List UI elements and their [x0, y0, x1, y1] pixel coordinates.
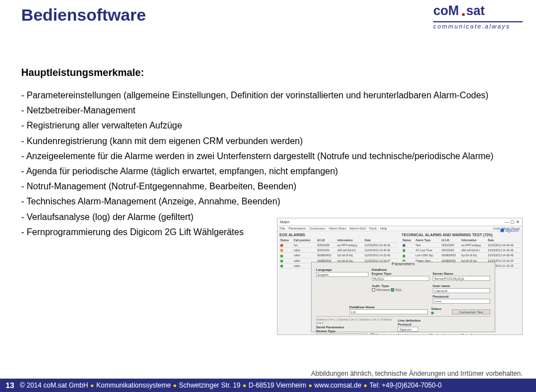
brand-logo: coM sat communicate.always: [433, 3, 523, 30]
col-date: Date: [487, 238, 520, 243]
status-icon: [403, 255, 405, 257]
menu-item[interactable]: Help: [380, 227, 387, 230]
footer-part: D-68519 Viernheim: [248, 381, 306, 389]
col-info: Information: [460, 238, 487, 243]
dot-icon: ●: [243, 382, 247, 389]
language-select[interactable]: English: [316, 272, 368, 277]
software-screenshot: Main — ▢ ✕ File Parameters Customers Ala…: [277, 218, 523, 335]
engine-select[interactable]: MySQL: [372, 276, 429, 281]
dot-icon: ●: [308, 382, 312, 389]
col-lift: Id Lift: [441, 238, 460, 243]
window-titlebar: Main — ▢ ✕: [277, 218, 522, 226]
list-item: - Registrierung aller verwalteten Aufzüg…: [21, 118, 515, 133]
table-row[interactable]: cabin00010200dfdf adf bbf.bf.r21/03/2013…: [279, 248, 398, 253]
engine-label: Engine Type: [372, 272, 429, 275]
auth-sql-check[interactable]: ✓: [391, 288, 394, 291]
disable-check[interactable]: [371, 333, 374, 335]
status-label: Status: [431, 307, 448, 310]
password-input[interactable]: ••••••: [433, 299, 490, 304]
table-row[interactable]: AC Low Time00010200dfdf adf bbf.bf.r21/0…: [401, 248, 520, 253]
col-status: Status: [279, 238, 293, 243]
password-label: Password: [433, 295, 490, 298]
list-item: - Netzbetreiber-Management: [21, 103, 515, 118]
dbname-input[interactable]: Lift: [350, 309, 428, 314]
dot-icon: ●: [173, 382, 177, 389]
window-title: Main: [280, 219, 289, 224]
status-icon: [280, 244, 283, 247]
device-label: Device Type: [316, 329, 367, 333]
logo-tagline: communicate.always: [433, 23, 523, 30]
logo-svg: coM sat: [433, 3, 517, 20]
list-item: - Kundenregistrierung (kann mit dem eige…: [21, 133, 515, 149]
list-item: - Notruf-Management (Notruf-Entgegennahm…: [21, 179, 515, 194]
svg-text:coM: coM: [433, 3, 459, 18]
list-item: - Agenda für periodische Alarme (täglich…: [21, 164, 515, 179]
table-row[interactable]: Test00010200ew PPP:anfapyj21/03/2013 16.…: [401, 243, 520, 248]
table-row[interactable]: hoi00010200ew PPP:anfapyj21/03/2013 16.4…: [279, 243, 398, 248]
table-row[interactable]: Low GSM Sig...660883433fçd fdf df fdq21/…: [401, 253, 520, 258]
menu-item[interactable]: Tools: [369, 227, 377, 230]
dbname-label: DataBase Name: [350, 305, 428, 309]
dot-icon: ●: [90, 382, 94, 389]
protocol-label: Protocol: [398, 323, 418, 326]
status-icon: [280, 249, 283, 252]
language-label: Language: [316, 268, 368, 271]
menu-bar: File Parameters Customers Alarm-Sites Al…: [277, 226, 522, 231]
menu-item[interactable]: Parameters: [289, 227, 306, 230]
col-info: Information: [336, 238, 363, 243]
globe-icon: [500, 228, 504, 232]
page-footer: Abbildungen ähnlich, technische Änderung…: [0, 370, 536, 392]
features-heading: Hauptleistungsmerkmale:: [21, 67, 515, 79]
status-icon: [403, 249, 405, 252]
parameters-dialog: Parameters LanguageEnglish DataBase Engi…: [311, 262, 495, 332]
dialog-title: Parameters: [388, 261, 418, 266]
protocol-select[interactable]: Digicom: [398, 327, 418, 332]
col-type: Alarm Type: [414, 238, 441, 243]
tech-panel-title: TECHNICAL ALARMS AND WARNING TEST (72h): [401, 233, 520, 237]
serial-section-label: Serial Parameters: [316, 326, 394, 329]
list-item: - Parametereinstellungen (allgemeine Ein…: [21, 88, 515, 103]
window-controls: — ▢ ✕: [505, 219, 520, 224]
col-date: Date: [363, 238, 398, 243]
connection-test-button[interactable]: Connection Test: [452, 309, 490, 314]
menu-item[interactable]: File: [280, 227, 285, 230]
footer-part: © 2014 coM.sat GmbH: [20, 381, 88, 389]
menu-item[interactable]: Alarm-Sites: [329, 227, 346, 230]
numring-label: Numb. of answer ring: [430, 333, 458, 335]
gateway-tab[interactable]: Gateway Line 3: [360, 318, 379, 321]
disclaimer-note: Abbildungen ähnlich, technische Änderung…: [0, 370, 523, 377]
menu-item[interactable]: Alarm-Grid: [350, 227, 366, 230]
user-input[interactable]: ClientLift: [433, 288, 490, 293]
footer-part: Schwetzinger Str. 19: [179, 381, 241, 389]
status-icon: [280, 260, 283, 262]
auth-windows-check[interactable]: [372, 288, 375, 291]
line-section-label: Line definition: [398, 319, 490, 322]
server-input[interactable]: ServerPC01\MySQL: [433, 276, 490, 281]
status-icon: [280, 265, 283, 267]
user-label: User name: [433, 284, 490, 288]
inputtype-label: Input type: [398, 333, 426, 335]
col-status: Status: [401, 238, 414, 243]
footer-part: Tel: +49-(0)6204-7050-0: [370, 381, 442, 389]
page-number: 13: [6, 381, 15, 390]
list-item: - Technisches Alarm-Management (Anzeige,…: [21, 194, 515, 209]
menu-item[interactable]: Customers: [309, 227, 326, 230]
footer-part: www.comsat.de: [314, 381, 361, 389]
gateway-tab[interactable]: Gateway Line 2: [338, 318, 357, 321]
device-select[interactable]: Digicom 2G Lift PLUS: [316, 333, 367, 335]
svg-point-1: [462, 13, 465, 16]
dot-icon: ●: [363, 382, 367, 389]
database-label: DataBase: [372, 268, 490, 271]
footer-bar: 13 © 2014 coM.sat GmbH● Kommunikationssy…: [0, 379, 536, 392]
status-icon: [280, 255, 283, 257]
list-item: - Anzeigeelemente für die Alarme werden …: [21, 149, 515, 164]
digicom-badge: digicom: [500, 228, 519, 232]
auth-label: Auth. Type: [372, 284, 429, 288]
footer-part: Kommunikationssysteme: [96, 381, 170, 389]
status-icon: [403, 244, 405, 247]
col-pos: Call position: [293, 238, 316, 243]
sos-panel-title: SOS ALARMS: [279, 233, 398, 237]
col-lift: Id Lift: [316, 238, 336, 243]
page-title: Bediensoftware: [21, 6, 146, 25]
table-row[interactable]: cabin660883433fçd fdf df fdq21/03/2013 1…: [279, 253, 398, 258]
